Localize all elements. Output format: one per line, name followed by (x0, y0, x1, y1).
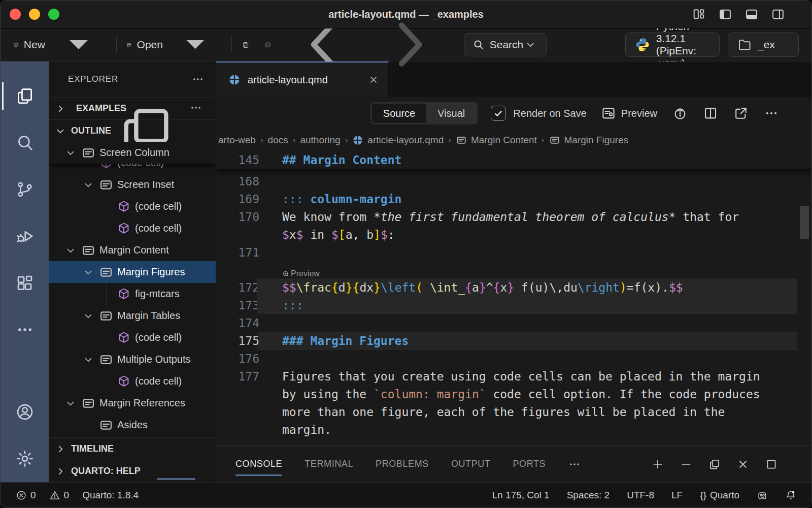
panel-tab-ports[interactable]: PORTS (513, 446, 546, 482)
activity-extensions-icon[interactable] (1, 260, 49, 306)
status-spaces-2[interactable]: Spaces: 2 (567, 490, 610, 501)
search-input[interactable]: Search (464, 33, 547, 56)
code-line[interactable]: 174 (216, 314, 811, 332)
activity-ellipsis-icon[interactable] (1, 306, 49, 353)
outline-item-margin-figures[interactable]: Margin Figures (49, 261, 216, 283)
more-actions-icon[interactable] (764, 106, 779, 121)
breadcrumb-item[interactable]: docs (268, 135, 288, 146)
workspace-selector[interactable]: _ex (728, 33, 799, 57)
breadcrumb-separator: › (542, 135, 545, 145)
code-line[interactable]: 172$$\frac{d}{dx}\left( \int_{a}^{x} f(u… (216, 278, 811, 296)
outline-item-asides[interactable]: Asides (49, 414, 216, 436)
breadcrumb-item[interactable]: Margin Figures (549, 135, 629, 146)
toggle-panel-right-icon[interactable] (771, 7, 785, 21)
section-outline[interactable]: OUTLINE (49, 119, 216, 142)
breadcrumb-item[interactable]: arto-web (218, 135, 256, 146)
panel-close-icon[interactable] (736, 458, 750, 471)
outline-item-code-cell[interactable]: (code cell) (49, 327, 216, 348)
code-line[interactable]: 171 (216, 243, 811, 261)
outline-item-code-cell[interactable]: (code cell) (49, 370, 216, 392)
code-line[interactable]: $x$ in $[a, b]$: (216, 226, 811, 243)
status-braces[interactable]: {}Quarto (700, 490, 739, 501)
code-line[interactable]: 173::: (216, 296, 811, 314)
outline-item-margin-references[interactable]: Margin References (49, 392, 216, 414)
breadcrumb-item[interactable]: article-layout.qmd (352, 135, 444, 146)
code-line[interactable]: 168 (216, 172, 811, 190)
panel-more-actions-icon[interactable] (568, 446, 581, 482)
toggle-panel-bottom-icon[interactable] (745, 7, 759, 21)
panel-plus-icon[interactable] (651, 458, 664, 471)
outline-item-multiple-outputs[interactable]: Multiple Outputs (49, 348, 216, 370)
interpreter-selector[interactable]: Python 3.12.1 (PipEnv: .venv) (625, 33, 720, 57)
status-quarto-1-8-4[interactable]: Quarto: 1.8.4 (82, 490, 139, 501)
activity-search-icon[interactable] (1, 119, 49, 166)
breadcrumb-separator: › (293, 135, 296, 145)
source-mode-button[interactable]: Source (372, 104, 426, 123)
activity-files-icon[interactable] (1, 73, 49, 119)
section-icon (549, 135, 560, 146)
code-line[interactable]: by using the `column: margin` code cell … (216, 385, 811, 403)
customize-layout-icon[interactable] (692, 7, 706, 21)
more-actions-icon[interactable] (191, 73, 205, 86)
panel-dash-icon[interactable] (680, 458, 693, 471)
code-editor[interactable]: 145## Margin Content168169::: column-mar… (216, 151, 811, 446)
outline-item-code-cell[interactable]: (code cell) (49, 196, 216, 217)
toggle-panel-left-icon[interactable] (718, 7, 732, 21)
code-line[interactable]: more than one figure, each of the figure… (216, 403, 811, 421)
activity-debug-icon[interactable] (1, 213, 49, 260)
panel-tab-output[interactable]: OUTPUT (451, 446, 491, 482)
panel-duplicate-icon[interactable] (708, 458, 721, 471)
status-lf[interactable]: LF (671, 490, 683, 501)
outline-item-margin-content[interactable]: Margin Content (49, 239, 216, 261)
save-all-button[interactable] (264, 37, 272, 52)
zoom-window-button[interactable] (48, 9, 59, 20)
close-window-button[interactable] (10, 9, 21, 20)
panel-tab-console[interactable]: CONSOLE (235, 446, 282, 482)
explorer-header: EXPLORER (49, 61, 216, 97)
save-button[interactable] (242, 37, 249, 52)
publish-button[interactable] (672, 106, 688, 121)
panel-tab-terminal[interactable]: TERMINAL (304, 446, 353, 482)
status-bell-dot[interactable] (785, 490, 796, 501)
activity-gear-icon[interactable] (1, 435, 49, 482)
activity-account-icon[interactable] (1, 389, 49, 435)
code-cell-icon (117, 221, 131, 236)
panel-tab-problems[interactable]: PROBLEMS (376, 446, 429, 482)
editor-scrollbar-thumb[interactable] (800, 206, 809, 239)
status-warning[interactable]: 0 (49, 490, 70, 501)
code-line[interactable]: margin. (216, 421, 811, 438)
code-line[interactable]: 169::: column-margin (216, 190, 811, 208)
code-line[interactable]: 175### Margin Figures (216, 332, 811, 350)
outline-item-margin-tables[interactable]: Margin Tables (49, 305, 216, 327)
outline-item-fig-mtcars[interactable]: fig-mtcars (49, 283, 216, 305)
sidebar-horizontal-scrollbar[interactable] (157, 478, 195, 480)
breadcrumb-item[interactable]: authoring (300, 135, 340, 146)
line-number: 169 (216, 193, 259, 206)
minimize-window-button[interactable] (29, 9, 40, 20)
outline-item-code-cell[interactable]: (code cell) (49, 217, 216, 239)
outline-item-screen-inset[interactable]: Screen Inset (49, 174, 216, 196)
code-line[interactable]: 177Figures that you create using code ce… (216, 367, 811, 385)
code-line[interactable]: 176 (216, 350, 811, 367)
render-on-save-checkbox[interactable] (491, 106, 506, 121)
status-error[interactable]: 0 (16, 490, 36, 501)
open-external-button[interactable] (733, 106, 749, 121)
visual-mode-button[interactable]: Visual (426, 104, 476, 123)
preview-codelens[interactable]: Preview (282, 269, 320, 278)
preview-button[interactable]: Preview (601, 106, 657, 121)
code-line[interactable]: 170We know from *the first fundamental t… (216, 208, 811, 226)
breadcrumb-item[interactable]: Margin Content (456, 135, 537, 146)
plus-circle-icon (13, 37, 19, 52)
status-ln-175-col-1[interactable]: Ln 175, Col 1 (492, 490, 550, 501)
status-utf-8[interactable]: UTF-8 (627, 490, 654, 501)
sticky-code-line[interactable]: 145## Margin Content (216, 151, 811, 169)
tab-article-layout[interactable]: article-layout.qmd (216, 61, 389, 97)
status-robot[interactable] (757, 490, 768, 501)
forward-button[interactable] (376, 12, 442, 78)
activity-source-control-icon[interactable] (1, 166, 49, 213)
outline-item-screen-column[interactable]: Screen Column (49, 142, 216, 164)
section-timeline[interactable]: TIMELINE (49, 437, 216, 460)
panel-square-icon[interactable] (765, 458, 778, 471)
split-editor-button[interactable] (703, 106, 718, 121)
error-icon (16, 490, 27, 501)
